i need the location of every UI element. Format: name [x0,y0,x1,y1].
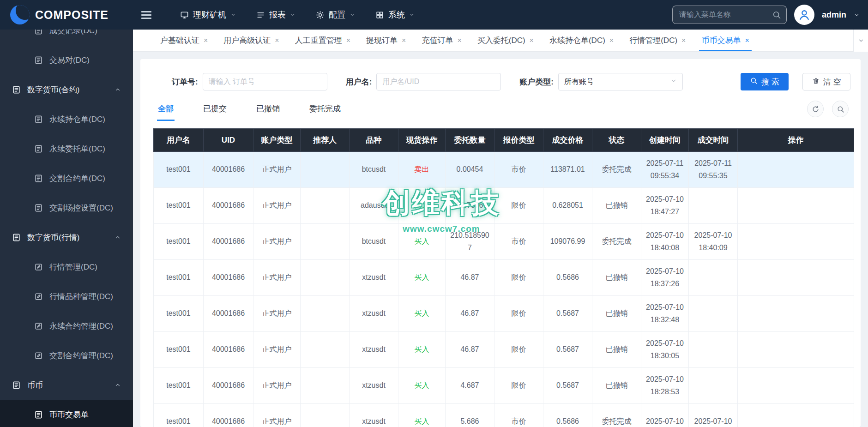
tab-list-dropdown[interactable] [853,30,868,52]
column-search-button[interactable] [832,101,849,117]
top-nav-item[interactable]: 系统 [365,0,425,30]
username[interactable]: admin [822,10,846,20]
orders-table-wrap: 用户名UID账户类型推荐人品种现货操作委托数量报价类型成交价格状态创建时间成交时… [153,128,849,427]
cell-price: 0.5687 [543,332,592,368]
cell-ops [738,296,854,332]
table-row: test00140001686正式用户btcusdt卖出0.00454市价113… [154,152,854,188]
report-icon [256,11,265,19]
sidebar-item[interactable]: 行情管理(DC) [0,252,133,282]
cell-symbol: xtzusdt [350,404,398,427]
sidebar-item[interactable]: 数字货币(合约) [0,75,133,104]
edit-icon [34,351,43,360]
clear-button[interactable]: 清 空 [802,73,851,90]
cell-spot-action: 买入 [398,368,446,404]
chevron-down-icon[interactable] [854,12,860,18]
top-nav-item[interactable]: 理财矿机 [170,0,246,30]
page-tab[interactable]: 买入委托(DC)× [470,30,542,51]
sidebar-item[interactable]: 永续委托单(DC) [0,134,133,163]
account-type-select[interactable]: 所有账号 [558,73,683,90]
cell-uid: 40001686 [204,224,253,260]
status-tab[interactable]: 已撤销 [255,101,281,121]
page-tab[interactable]: 行情管理(DC)× [621,30,693,51]
cell-ops [738,368,854,404]
buy-action-link[interactable]: 买入 [415,345,429,353]
chevron-down-icon [854,12,860,18]
close-icon[interactable]: × [745,37,749,44]
cell-spot-action: 买入 [398,404,446,427]
cell-symbol: xtzusdt [350,296,398,332]
sidebar-item[interactable]: 永续合约管理(DC) [0,311,133,341]
menu-search-input[interactable] [672,6,787,24]
cell-price: 109076.99 [543,224,592,260]
status-tab[interactable]: 委托完成 [308,101,342,121]
cell-status: 已撤销 [592,332,641,368]
cell-account-type: 正式用户 [253,296,301,332]
sidebar-item-label: 永续持仓单(DC) [49,114,105,125]
chevron-down-icon [670,78,677,84]
sidebar-item[interactable]: 永续持仓单(DC) [0,104,133,134]
buy-action-link[interactable]: 买入 [415,273,429,281]
page-tab[interactable]: 提现订单× [358,30,414,51]
sidebar-item[interactable]: 币币交易单 [0,400,133,427]
sidebar-item[interactable]: 成交记录(DC) [0,30,133,45]
sidebar-item[interactable]: 交割合约管理(DC) [0,341,133,370]
close-icon[interactable]: × [609,37,614,44]
buy-action-link[interactable]: 买入 [415,309,429,317]
cell-symbol: btcusdt [350,152,398,188]
order-no-input[interactable] [203,73,327,90]
page-tab[interactable]: 永续持仓单(DC)× [542,30,621,51]
close-icon[interactable]: × [346,37,350,44]
cell-account-type: 正式用户 [253,188,301,224]
close-icon[interactable]: × [204,37,208,44]
sell-action-link[interactable]: 卖出 [415,165,429,173]
status-tab[interactable]: 已提交 [202,101,228,121]
sidebar-item[interactable]: 交割场控设置(DC) [0,193,133,223]
close-icon[interactable]: × [402,37,406,44]
top-nav-item-label: 报表 [269,9,286,20]
sidebar-item[interactable]: 交易对(DC) [0,45,133,75]
chevron-left-icon[interactable] [139,37,151,44]
column-header: 用户名 [154,129,204,152]
chevron-down-icon [409,12,415,18]
close-icon[interactable]: × [275,37,279,44]
sidebar-item[interactable]: 数字货币(行情) [0,223,133,252]
search-icon [750,77,758,87]
top-nav-item[interactable]: 报表 [246,0,306,30]
sidebar-toggle-icon[interactable] [141,9,151,21]
search-button[interactable]: 搜 索 [741,73,789,90]
refresh-button[interactable] [807,101,824,117]
cell-account-type: 正式用户 [253,368,301,404]
page-tab[interactable]: 人工重置管理× [287,30,358,51]
sidebar-item[interactable]: 币币 [0,370,133,400]
username-input[interactable] [376,73,501,90]
sidebar-item-label: 交割场控设置(DC) [49,203,113,213]
cell-uid: 40001686 [204,332,253,368]
page-tab[interactable]: 币币交易单× [693,30,757,51]
avatar[interactable] [794,5,814,25]
status-tab[interactable]: 全部 [157,101,175,121]
close-icon[interactable]: × [457,37,461,44]
cell-status: 委托完成 [592,404,641,427]
buy-action-link[interactable]: 买入 [415,201,429,209]
top-nav-item[interactable]: 配置 [306,0,365,30]
order-no-filter: 订单号: [172,73,327,90]
chevron-right-icon[interactable] [760,37,771,44]
cell-referrer [301,368,350,404]
page-tab[interactable]: 充值订单× [414,30,469,51]
cell-created-at: 2025-07-11 09:55:34 [641,152,689,188]
buy-action-link[interactable]: 买入 [415,237,429,245]
top-nav-item-label: 理财矿机 [193,9,226,20]
sidebar-item[interactable]: 交割合约单(DC) [0,163,133,193]
page-tab[interactable]: 用户高级认证× [216,30,287,51]
close-icon[interactable]: × [530,37,534,44]
close-icon[interactable]: × [681,37,686,44]
cell-quote-type: 限价 [494,368,543,404]
search-icon[interactable] [772,10,781,19]
cell-username: test001 [154,260,204,296]
page-tab[interactable]: 户基础认证× [152,30,216,51]
buy-action-link[interactable]: 买入 [415,417,429,425]
cell-referrer [301,260,350,296]
sidebar-item[interactable]: 行情品种管理(DC) [0,282,133,311]
column-header: 现货操作 [398,129,446,152]
buy-action-link[interactable]: 买入 [415,381,429,389]
